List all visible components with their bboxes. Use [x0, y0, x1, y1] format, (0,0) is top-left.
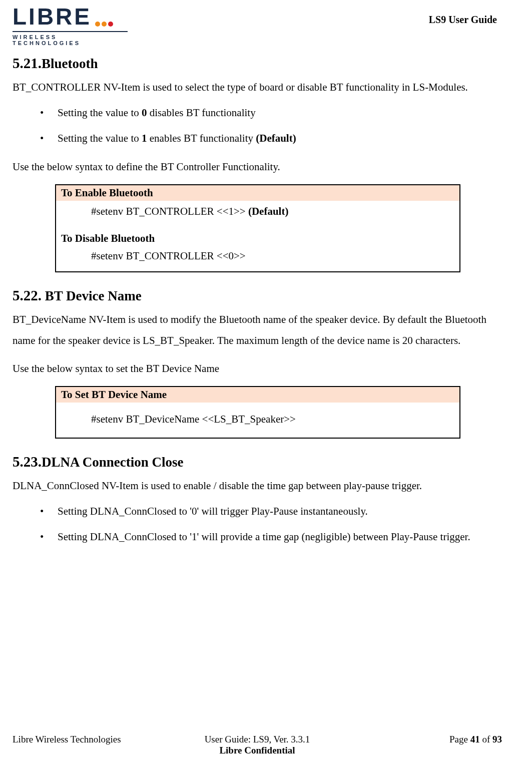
box-body: #setenv BT_CONTROLLER <<1>> (Default) To… — [56, 201, 459, 271]
section-number: 5.22. — [13, 287, 42, 303]
section-heading-5-23: 5.23.DLNA Connection Close — [13, 454, 502, 470]
bullet-list: Setting DLNA_ConnClosed to '0' will trig… — [13, 503, 502, 546]
box-heading: To Set BT Device Name — [56, 387, 459, 403]
page-content: 5.21.Bluetooth BT_CONTROLLER NV-Item is … — [13, 55, 502, 546]
footer-center: User Guide: LS9, Ver. 3.3.1 Libre Confid… — [143, 734, 372, 756]
footer-right: Page 41 of 93 — [372, 734, 502, 756]
paragraph: BT_DeviceName NV-Item is used to modify … — [13, 309, 502, 351]
list-item: Setting the value to 1 enables BT functi… — [13, 130, 502, 147]
logo-text: LIBRE — [13, 5, 128, 30]
syntax-box-bluetooth: To Enable Bluetooth #setenv BT_CONTROLLE… — [55, 184, 460, 272]
paragraph: BT_CONTROLLER NV-Item is used to select … — [13, 77, 502, 98]
logo-subtitle: WIRELESS TECHNOLOGIES — [13, 31, 128, 46]
list-item: Setting DLNA_ConnClosed to '1' will prov… — [13, 529, 502, 546]
paragraph: Use the below syntax to define the BT Co… — [13, 156, 502, 177]
document-page: LIBRE WIRELESS TECHNOLOGIES LS9 User Gui… — [0, 0, 532, 760]
brand-logo: LIBRE WIRELESS TECHNOLOGIES — [13, 5, 128, 46]
section-heading-5-22: 5.22. BT Device Name — [13, 287, 502, 304]
page-footer: Libre Wireless Technologies User Guide: … — [13, 734, 502, 756]
page-number: 41 — [470, 734, 480, 744]
document-title: LS9 User Guide — [429, 14, 497, 26]
section-heading-5-21: 5.21.Bluetooth — [13, 55, 502, 72]
list-item: Setting the value to 0 disables BT funct… — [13, 105, 502, 122]
paragraph: Use the below syntax to set the BT Devic… — [13, 358, 502, 379]
page-total: 93 — [492, 734, 502, 744]
logo-dots-icon — [94, 7, 113, 30]
box-subheading: To Disable Bluetooth — [61, 230, 454, 248]
section-number: 5.23. — [13, 454, 42, 470]
footer-left: Libre Wireless Technologies — [13, 734, 143, 756]
section-number: 5.21. — [13, 55, 42, 71]
bullet-list: Setting the value to 0 disables BT funct… — [13, 105, 502, 147]
section-title: BT Device Name — [42, 288, 142, 303]
syntax-box-devicename: To Set BT Device Name #setenv BT_DeviceN… — [55, 386, 460, 439]
page-header: LIBRE WIRELESS TECHNOLOGIES LS9 User Gui… — [13, 5, 502, 46]
section-title: Bluetooth — [42, 56, 98, 71]
logo-main: LIBRE — [13, 4, 92, 30]
command-line: #setenv BT_CONTROLLER <<1>> (Default) — [61, 203, 454, 221]
paragraph: DLNA_ConnClosed NV-Item is used to enabl… — [13, 475, 502, 496]
section-title: DLNA Connection Close — [42, 455, 184, 470]
command-line: #setenv BT_CONTROLLER <<0>> — [61, 247, 454, 265]
box-body: #setenv BT_DeviceName <<LS_BT_Speaker>> — [56, 403, 459, 438]
list-item: Setting DLNA_ConnClosed to '0' will trig… — [13, 503, 502, 520]
command-line: #setenv BT_DeviceName <<LS_BT_Speaker>> — [61, 411, 454, 429]
box-heading: To Enable Bluetooth — [56, 185, 459, 201]
